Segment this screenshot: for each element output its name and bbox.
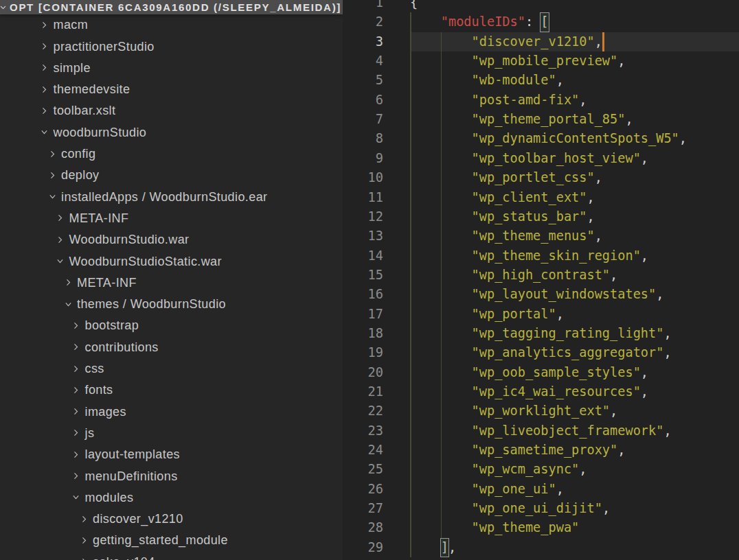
line-number: 20 — [343, 363, 383, 382]
tree-item-deploy[interactable]: deploy — [0, 165, 343, 186]
tree-item-css[interactable]: css — [0, 358, 343, 379]
text-cursor — [602, 32, 604, 51]
chevron-right-icon — [71, 363, 82, 374]
tree-item-simple[interactable]: simple — [0, 57, 343, 78]
tree-item-label: WoodburnStudio.war — [69, 233, 190, 247]
code-text: "wp_ic4_wai_resources", — [410, 382, 648, 401]
code-text: { — [410, 0, 418, 12]
tree-item-installedapps-woodburnstudio-ear[interactable]: installedApps / WoodburnStudio.ear — [0, 186, 343, 207]
file-tree: macmpractitionerStudiosimplethemedevsite… — [0, 0, 343, 560]
tree-item-label: bootstrap — [85, 318, 139, 333]
chevron-right-icon — [78, 513, 89, 524]
code-text: "wp_theme_portal_85", — [410, 110, 633, 129]
code-text: "wp_dynamicContentSpots_W5", — [410, 129, 687, 148]
chevron-down-icon — [62, 299, 73, 310]
tree-item-label: menuDefinitions — [85, 469, 178, 483]
tree-item-label: modules — [85, 490, 134, 504]
tree-item-label: WoodburnStudioStatic.war — [69, 254, 222, 268]
code-text: "wp_analytics_aggregator", — [410, 343, 672, 362]
line-number: 2 — [343, 12, 383, 32]
chevron-right-icon — [55, 213, 66, 224]
tree-item-getting-started-module[interactable]: getting_started_module — [0, 530, 343, 551]
line-number: 9 — [343, 149, 383, 168]
tree-item-js[interactable]: js — [0, 422, 343, 443]
tree-item-images[interactable]: images — [0, 401, 343, 422]
chevron-down-icon — [47, 191, 58, 202]
tree-item-layout-templates[interactable]: layout-templates — [0, 444, 343, 465]
tree-item-discover-v1210[interactable]: discover_v1210 — [0, 509, 343, 530]
line-number: 8 — [343, 129, 383, 148]
chevron-down-icon — [71, 492, 82, 503]
chevron-right-icon — [39, 62, 50, 73]
tree-item-soko-v104[interactable]: soko_v104 — [0, 551, 343, 560]
chevron-right-icon — [47, 170, 58, 180]
line-number: 10 — [343, 168, 383, 187]
line-number: 13 — [343, 226, 383, 246]
tree-item-label: contributions — [85, 340, 159, 354]
tree-item-woodburnstudiostatic-war[interactable]: WoodburnStudioStatic.war — [0, 250, 343, 272]
tree-item-label: installedApps / WoodburnStudio.ear — [61, 189, 267, 204]
tree-item-woodburnstudio[interactable]: woodburnStudio — [0, 121, 343, 143]
chevron-right-icon — [39, 84, 50, 95]
code-line-17: 17 "wp_portal", — [343, 305, 739, 324]
tree-item-macm[interactable]: macm — [0, 14, 343, 36]
code-line-20: 20 "wp_oob_sample_styles", — [343, 363, 739, 382]
code-text: "moduleIDs": [ — [410, 12, 549, 32]
tree-item-config[interactable]: config — [0, 143, 343, 164]
tree-item-bootstrap[interactable]: bootstrap — [0, 315, 343, 336]
section-title: OPT [CONTAINER 6CA309A160DD (/SLEEPY_ALM… — [10, 1, 341, 13]
line-number: 7 — [343, 110, 383, 129]
line-number: 24 — [343, 441, 383, 460]
tree-item-themes-woodburnstudio[interactable]: themes / WoodburnStudio — [0, 294, 343, 315]
tree-item-contributions[interactable]: contributions — [0, 336, 343, 358]
code-line-14: 14 "wp_theme_skin_region", — [343, 246, 739, 266]
tree-item-label: images — [85, 404, 126, 419]
code-text: "wp_toolbar_host_view", — [410, 149, 648, 168]
code-line-21: 21 "wp_ic4_wai_resources", — [343, 382, 739, 401]
line-number: 21 — [343, 382, 383, 401]
tree-item-toolbar-xslt[interactable]: toolbar.xslt — [0, 100, 343, 121]
code-text: "wp_liveobject_framework", — [410, 421, 672, 441]
code-text: "wp_one_ui", — [410, 480, 564, 499]
code-text: "wp_portlet_css", — [410, 168, 602, 187]
chevron-right-icon — [71, 406, 82, 417]
tree-item-themedevsite[interactable]: themedevsite — [0, 79, 343, 100]
code-line-28: 28 "wp_theme_pwa" — [343, 518, 739, 537]
chevron-down-icon — [39, 127, 50, 138]
code-line-10: 10 "wp_portlet_css", — [343, 168, 739, 187]
code-text: "post-amd-fix", — [410, 91, 587, 110]
line-number: 12 — [343, 207, 383, 226]
tree-item-fonts[interactable]: fonts — [0, 380, 343, 401]
code-text: "wp_theme_menus", — [410, 226, 602, 246]
chevron-right-icon — [71, 428, 82, 439]
tree-item-label: practitionerStudio — [54, 39, 155, 54]
explorer-section-header[interactable]: OPT [CONTAINER 6CA309A160DD (/SLEEPY_ALM… — [0, 0, 343, 14]
chevron-right-icon — [78, 557, 89, 560]
tree-item-label: fonts — [85, 383, 113, 397]
tree-item-label: simple — [54, 60, 91, 75]
code-line-8: 8 "wp_dynamicContentSpots_W5", — [343, 129, 739, 148]
code-line-3: 3 "discover_v1210", — [343, 32, 739, 51]
line-number: 16 — [343, 285, 383, 304]
code-line-5: 5 "wb-module", — [343, 71, 739, 90]
tree-item-label: themes / WoodburnStudio — [77, 297, 226, 312]
tree-item-modules[interactable]: modules — [0, 487, 343, 508]
tree-item-practitionerstudio[interactable]: practitionerStudio — [0, 36, 343, 57]
code-editor[interactable]: 1{2 "moduleIDs": [3 "discover_v1210",4 "… — [343, 0, 739, 560]
tree-item-woodburnstudio-war[interactable]: WoodburnStudio.war — [0, 229, 343, 250]
code-text: "wp_client_ext", — [410, 188, 595, 207]
chevron-right-icon — [71, 471, 82, 482]
line-number: 19 — [343, 343, 383, 362]
code-text: "wp_wcm_async", — [410, 460, 587, 479]
code-line-12: 12 "wp_status_bar", — [343, 207, 739, 226]
tree-item-label: deploy — [61, 168, 99, 183]
line-number: 15 — [343, 266, 383, 285]
bracket-match-close — [440, 538, 449, 557]
code-line-18: 18 "wp_tagging_rating_light", — [343, 324, 739, 343]
code-text: "wp_portal", — [410, 305, 564, 324]
tree-item-menudefinitions[interactable]: menuDefinitions — [0, 465, 343, 487]
tree-item-meta-inf[interactable]: META-INF — [0, 272, 343, 293]
line-number: 11 — [343, 188, 383, 207]
chevron-right-icon — [39, 41, 50, 52]
tree-item-meta-inf[interactable]: META-INF — [0, 207, 343, 229]
